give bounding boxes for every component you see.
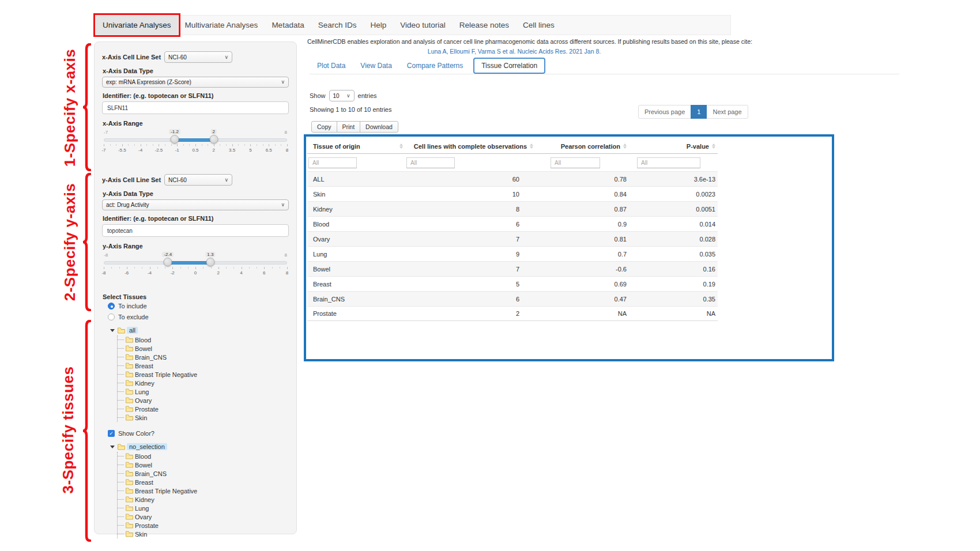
x-range-handle-low[interactable]	[170, 135, 179, 144]
color-tree-item-bowel[interactable]: Bowel	[118, 461, 289, 469]
folder-icon	[126, 388, 133, 395]
citation-link[interactable]: Luna A, Elloumi F, Varma S et al. Nuclei…	[307, 48, 721, 55]
filter-input-pearson-correlation[interactable]	[551, 157, 600, 168]
tree-expand-icon[interactable]	[110, 446, 115, 448]
filter-input-tissue-of-origin[interactable]	[308, 157, 357, 168]
y-identifier-label: Identifier: (e.g. topotecan or SLFN11)	[103, 215, 289, 222]
color-tree-item-skin[interactable]: Skin	[118, 530, 289, 538]
y-range-handle-high[interactable]	[206, 258, 214, 266]
include-tree-children: BloodBowelBrain_CNSBreastBreast Triple N…	[117, 335, 289, 422]
folder-icon	[126, 453, 133, 459]
folder-icon	[126, 496, 133, 503]
include-tree-root[interactable]: all	[110, 326, 289, 335]
tab-compare-patterns[interactable]: Compare Patterns	[399, 59, 470, 72]
y-range-high-value: 1.3	[205, 252, 215, 257]
y-range-min-label: -8	[104, 252, 108, 258]
previous-page-button[interactable]: Previous page	[638, 105, 691, 119]
tick-mark-minor	[226, 144, 227, 146]
tree-connector	[118, 473, 124, 474]
nav-item-help[interactable]: Help	[363, 16, 393, 35]
include-tree-item-brain-cns[interactable]: Brain_CNS	[118, 353, 289, 361]
radio-to-include[interactable]: To include	[108, 303, 289, 310]
nav-item-release-notes[interactable]: Release notes	[453, 16, 516, 35]
color-tree-root[interactable]: no_selection	[110, 442, 289, 451]
nav-item-cell-lines[interactable]: Cell lines	[516, 16, 561, 35]
radio-to-exclude[interactable]: To exclude	[108, 314, 289, 320]
y-data-type-select[interactable]: act: Drug Activity ∨	[102, 199, 289, 210]
x-cell-line-set-select[interactable]: NCI-60 ∨	[164, 51, 232, 63]
table-row-all: ALL600.783.6e-13	[307, 171, 718, 186]
color-tree-item-breast-triple-negative[interactable]: Breast Triple Negative	[118, 486, 289, 495]
color-tree-item-kidney[interactable]: Kidney	[118, 495, 289, 504]
column-header-p-value[interactable]: P-value	[636, 143, 718, 150]
include-tree-item-bowel[interactable]: Bowel	[118, 344, 289, 353]
x-identifier-input[interactable]	[102, 101, 289, 114]
tick-mark-minor	[119, 267, 120, 269]
include-tree-item-breast[interactable]: Breast	[118, 361, 289, 370]
tab-view-data[interactable]: View Data	[353, 59, 399, 72]
x-cell-line-set-label: x-Axis Cell Line Set	[102, 54, 161, 61]
column-header-pearson-correlation[interactable]: Pearson correlation	[549, 143, 636, 150]
color-tree-item-blood[interactable]: Blood	[118, 452, 289, 461]
nav-item-univariate-analyses[interactable]: Univariate Analyses	[96, 16, 178, 35]
chevron-down-icon: ∨	[225, 178, 229, 183]
folder-icon	[126, 345, 133, 352]
table-cell: 2	[405, 310, 549, 317]
column-header-cell-lines-with-complete-observations[interactable]: Cell lines with complete observations	[405, 143, 549, 150]
tick-mark-minor	[249, 267, 250, 269]
tab-plot-data[interactable]: Plot Data	[310, 59, 353, 72]
include-tree-item-kidney[interactable]: Kidney	[118, 379, 289, 387]
tick-mark-minor	[202, 144, 202, 146]
include-tree-item-blood[interactable]: Blood	[118, 335, 289, 344]
tick-mark-minor	[208, 144, 208, 146]
export-download-button[interactable]: Download	[360, 121, 398, 133]
y-cell-line-set-select[interactable]: NCI-60 ∨	[164, 174, 232, 186]
x-range-slider[interactable]: -78-1.22-7-5.5-4-2.5-10.523.556.58	[104, 129, 287, 159]
next-page-button[interactable]: Next page	[706, 105, 748, 119]
tree-connector	[118, 482, 124, 482]
nav-item-metadata[interactable]: Metadata	[265, 16, 311, 35]
table-cell: 5	[405, 281, 549, 288]
table-cell: 10	[405, 191, 549, 198]
filter-input-p-value[interactable]	[637, 157, 700, 168]
y-identifier-input[interactable]	[102, 224, 289, 237]
include-tree-item-prostate[interactable]: Prostate	[118, 405, 289, 413]
export-print-button[interactable]: Print	[337, 121, 361, 133]
nav-item-video-tutorial[interactable]: Video tutorial	[393, 16, 453, 35]
include-tree-item-skin[interactable]: Skin	[118, 413, 289, 422]
table-cell: 0.19	[636, 281, 718, 288]
column-header-tissue-of-origin[interactable]: Tissue of origin	[307, 143, 405, 150]
nav-item-multivariate-analyses[interactable]: Multivariate Analyses	[178, 16, 265, 35]
color-tree-item-brain-cns[interactable]: Brain_CNS	[118, 469, 289, 478]
filter-input-cell-lines-with-complete-observations[interactable]	[406, 157, 455, 168]
page-1-button[interactable]: 1	[691, 105, 707, 119]
tree-expand-icon[interactable]	[110, 329, 115, 332]
x-range-tick-label: -7	[101, 148, 105, 153]
x-range-max-label: 8	[285, 130, 287, 135]
show-color-checkbox[interactable]: ✓ Show Color?	[108, 430, 289, 437]
chevron-down-icon: ∨	[281, 80, 285, 85]
color-tree-item-prostate[interactable]: Prostate	[118, 521, 289, 530]
table-cell: 0.69	[549, 281, 636, 288]
include-tree-item-ovary[interactable]: Ovary	[118, 396, 289, 405]
color-tree-item-breast[interactable]: Breast	[118, 478, 289, 486]
tab-tissue-correlation[interactable]: Tissue Correlation	[473, 58, 545, 74]
color-tree-item-ovary[interactable]: Ovary	[118, 512, 289, 521]
tree-connector	[118, 357, 124, 357]
x-range-handle-high[interactable]	[209, 135, 218, 144]
x-data-type-select[interactable]: exp: mRNA Expression (Z-Score) ∨	[102, 77, 289, 88]
sidebar-panel: x-Axis Cell Line Set NCI-60 ∨ x-Axis Dat…	[94, 41, 297, 534]
nav-item-search-ids[interactable]: Search IDs	[311, 16, 364, 35]
tree-item-label: Brain_CNS	[135, 354, 167, 361]
y-range-handle-low[interactable]	[164, 258, 172, 266]
tab-underline	[310, 74, 899, 74]
y-range-slider[interactable]: -88-2.41.3-8-6-4-202468	[104, 252, 287, 282]
color-tree-item-lung[interactable]: Lung	[118, 504, 289, 512]
page-size-select[interactable]: 10 ∨	[329, 90, 355, 101]
include-tree-item-breast-triple-negative[interactable]: Breast Triple Negative	[118, 370, 289, 379]
table-row-prostate: Prostate2NANA	[307, 306, 718, 321]
include-tree-item-lung[interactable]: Lung	[118, 387, 289, 396]
folder-icon	[126, 479, 133, 485]
tick-mark-minor	[171, 144, 172, 146]
export-copy-button[interactable]: Copy	[311, 121, 337, 133]
